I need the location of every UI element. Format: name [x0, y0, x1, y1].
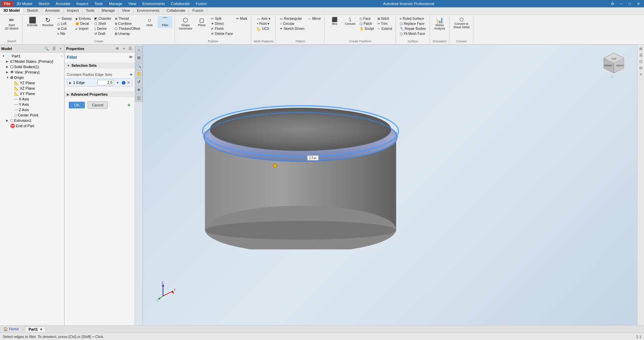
revolve-btn[interactable]: ↻ Revolve	[41, 16, 55, 28]
extend-btn[interactable]: ↔ Extend	[376, 26, 393, 31]
tab-view[interactable]: View	[119, 7, 134, 14]
menu-settings[interactable]: ⚙	[608, 1, 617, 7]
rectangular-btn[interactable]: ▭ Rectangular	[278, 16, 306, 21]
model-search-btn[interactable]: 🔍	[43, 46, 50, 51]
right-btn-3[interactable]: ⊡	[639, 59, 643, 64]
decal-btn[interactable]: 🔶 Decal	[74, 21, 92, 26]
menu-view[interactable]: View	[126, 1, 139, 6]
tree-center-point[interactable]: ◇ Center Point	[0, 112, 64, 118]
part1-close[interactable]: ×	[61, 54, 63, 58]
home-btn[interactable]: 🏠 Home	[1, 326, 21, 332]
minimize-btn[interactable]: ─	[618, 1, 626, 6]
model-menu-btn[interactable]: ☰	[51, 46, 57, 51]
emboss-btn[interactable]: ◈ Emboss	[74, 16, 92, 21]
tree-origin[interactable]: ▼ ⊕ Origin	[0, 75, 64, 80]
plane-btn[interactable]: ◻ Plane	[194, 16, 209, 28]
fit-mesh-face-btn[interactable]: ⬡ Fit Mesh Face	[398, 31, 427, 36]
viewport[interactable]: 2.5 ▶ TOP RIGHT FRONT	[143, 45, 637, 325]
edge-color-btn[interactable]: 🔵	[121, 81, 126, 85]
axis-btn[interactable]: — Axis ▾	[256, 16, 272, 21]
constant-radius-add[interactable]: +	[130, 72, 132, 77]
right-btn-2[interactable]: ☰	[639, 52, 643, 58]
hole-btn[interactable]: ○ Hole	[142, 16, 157, 28]
edge-delete-btn[interactable]: ✕	[127, 80, 130, 85]
advanced-header[interactable]: ▶ Advanced Properties	[65, 91, 135, 97]
trim-btn[interactable]: ✂ Trim	[376, 21, 393, 26]
nav-pan[interactable]: ✋	[135, 70, 143, 78]
props-add-btn[interactable]: +	[122, 46, 126, 51]
tree-z-axis[interactable]: — Z Axis	[0, 107, 64, 112]
mirror-btn[interactable]: ↔ Mirror	[307, 16, 322, 21]
tab-sketch[interactable]: Sketch	[23, 7, 42, 14]
delete-face-btn[interactable]: ✕ Delete Face	[210, 31, 234, 36]
combine-btn[interactable]: ⊕ Combine	[113, 21, 142, 26]
model-add-tab-btn[interactable]: +	[58, 46, 63, 51]
convert-sheet-metal-btn[interactable]: ⬡ Convert toSheet Metal	[452, 16, 471, 30]
props-menu-btn[interactable]: ☰	[127, 46, 133, 51]
tab-3dmodel[interactable]: 3D Model	[0, 7, 23, 14]
nav-zoom-fit[interactable]: ⊞	[135, 54, 143, 61]
tab-tools[interactable]: Tools	[83, 7, 98, 14]
menu-fusion[interactable]: Fusion	[193, 1, 210, 6]
tree-model-states[interactable]: ▶ 🏷 Model States: [Primary]	[0, 59, 64, 64]
shell-btn[interactable]: ⬡ Shell	[93, 21, 112, 26]
menu-3dmodel[interactable]: 3D Model	[14, 1, 35, 6]
menu-environments[interactable]: Environments	[140, 1, 167, 6]
sweep-btn[interactable]: 〰 Sweep	[56, 16, 73, 21]
shape-gen-btn[interactable]: ⬡ ShapeGenerator	[177, 16, 194, 31]
viewcube[interactable]: TOP RIGHT FRONT ⌂	[600, 51, 627, 79]
loft-btn[interactable]: △ Loft	[56, 21, 73, 26]
direct-btn[interactable]: ✦ Direct	[210, 21, 234, 26]
part1-tab-close[interactable]: ×	[40, 328, 42, 331]
file-button[interactable]: File	[1, 1, 13, 6]
right-btn-1[interactable]: ⊞	[639, 46, 643, 52]
tree-yz-plane[interactable]: 📐 YZ Plane	[0, 80, 64, 86]
menu-tools[interactable]: Tools	[92, 1, 106, 6]
ok-button[interactable]: OK	[69, 102, 85, 108]
fillet-eye-btn[interactable]: 👁	[129, 55, 132, 59]
cancel-button[interactable]: Cancel	[88, 101, 108, 109]
fillet-btn[interactable]: ⌒ Fillet	[158, 16, 172, 28]
stitch-btn[interactable]: ⊞ Stitch	[376, 16, 393, 21]
right-btn-4[interactable]: ⊟	[639, 65, 643, 71]
rib-btn[interactable]: ≡ Rib	[56, 31, 73, 36]
mark-btn[interactable]: ✏ Mark	[235, 16, 249, 21]
tree-xz-plane[interactable]: 📐 XZ Plane	[0, 86, 64, 91]
tree-x-axis[interactable]: — X Axis	[0, 96, 64, 102]
draft-btn[interactable]: ↺ Draft	[93, 31, 112, 36]
menu-collaborate[interactable]: Collaborate	[168, 1, 193, 6]
props-eye-btn[interactable]: 👁	[114, 46, 120, 51]
finish-btn[interactable]: ✔ Finish	[210, 26, 234, 31]
ruled-surface-btn[interactable]: ≡ Ruled Surface	[398, 16, 427, 21]
tab-manage[interactable]: Manage	[98, 7, 119, 14]
replace-face-btn[interactable]: ⬡ Replace Face	[398, 21, 427, 26]
tree-end-of-part[interactable]: ⛔ End of Part	[0, 123, 64, 129]
tree-extrusion1[interactable]: ▶ ⬡ Extrusion1	[0, 118, 64, 123]
edge-value-input[interactable]	[97, 80, 114, 85]
tab-annotate[interactable]: Annotate	[42, 7, 64, 14]
box-btn[interactable]: ⬛ Box	[327, 16, 342, 27]
patch-btn[interactable]: ⬡ Patch	[358, 21, 375, 26]
nav-section[interactable]: ◫	[135, 94, 143, 102]
tab-collaborate[interactable]: Collaborate	[163, 7, 189, 14]
tree-part1[interactable]: ▼ 📄 Part1 ×	[0, 53, 64, 59]
chamfer-btn[interactable]: ◩ Chamfer	[93, 16, 112, 21]
tree-view[interactable]: ▶ 👁 View: [Primary]	[0, 69, 64, 75]
thread-btn[interactable]: ⊗ Thread	[113, 16, 142, 21]
sculpt-btn[interactable]: ✋ Sculpt	[358, 26, 375, 31]
maximize-btn[interactable]: □	[626, 1, 634, 6]
add-more-btn[interactable]: +	[127, 102, 130, 108]
edge-down-btn[interactable]: ▼	[115, 81, 120, 85]
sketch-driven-btn[interactable]: ✦ Sketch Driven	[278, 26, 306, 31]
nav-look[interactable]: 👁	[135, 86, 143, 94]
menu-annotate[interactable]: Annotate	[53, 1, 73, 6]
close-btn[interactable]: ✕	[634, 1, 643, 7]
part1-tab[interactable]: Part1 ×	[25, 326, 46, 332]
selection-sets-header[interactable]: ▼ Selection Sets	[65, 62, 135, 68]
tab-environments[interactable]: Environments	[133, 7, 163, 14]
extrude-btn[interactable]: ⬛ Extrude	[25, 16, 40, 28]
point-btn[interactable]: • Point ▾	[256, 21, 272, 26]
tree-xy-plane[interactable]: 📐 XY Plane	[0, 91, 64, 96]
nav-home[interactable]: ⌂	[135, 46, 143, 53]
right-btn-5[interactable]: ≡	[639, 71, 642, 77]
